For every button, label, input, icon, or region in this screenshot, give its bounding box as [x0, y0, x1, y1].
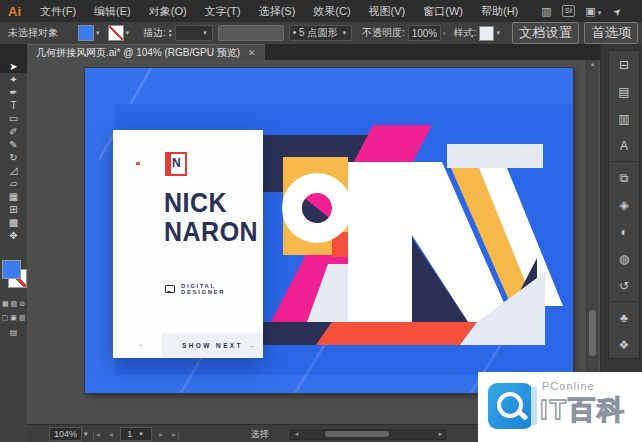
fill-swatch[interactable] [78, 25, 94, 41]
prev-artboard-icon[interactable]: ◄ [107, 431, 114, 438]
tool-rectangle[interactable]: ▭ [0, 112, 27, 125]
current-tool-status: 选择 [250, 428, 268, 441]
brush-definition-dropdown[interactable]: • 5 点圆形▾ [289, 25, 352, 41]
panel-color[interactable]: ▤ [609, 78, 639, 105]
preferences-button[interactable]: 首选项 [584, 22, 638, 44]
draw-normal-icon[interactable]: ▢ [2, 314, 9, 322]
stroke-weight-dropdown[interactable]: ▾ [175, 25, 213, 41]
toolbar-fill-swatch[interactable] [2, 260, 21, 279]
logo-page-edge [531, 387, 537, 425]
tool-gradient[interactable]: ▩ [0, 216, 27, 229]
horizontal-scrollbar[interactable]: ◄ ► [290, 429, 446, 440]
monogram-logo: N [165, 152, 187, 176]
document-setup-button[interactable]: 文档设置 [512, 22, 579, 44]
selection-status: 未选择对象 [8, 26, 58, 40]
draw-inside-icon[interactable]: ▥ [19, 314, 26, 322]
style-picker[interactable]: ▾ [479, 26, 502, 41]
fill-stroke-swatches [0, 258, 27, 298]
tool-hand[interactable]: ✥ [0, 229, 27, 242]
tool-pen[interactable]: ✒ [0, 86, 27, 99]
menu-object[interactable]: 对象(O) [140, 4, 196, 19]
tool-rotate[interactable]: ↻ [0, 151, 27, 164]
artboard-number-field[interactable]: 1▾ [120, 427, 152, 441]
show-next-button[interactable]: SHOW NEXT – [162, 333, 263, 358]
tab-close-icon[interactable]: ✕ [248, 48, 256, 58]
gpu-performance-icon[interactable]: ➤ [611, 4, 625, 18]
fill-color-picker[interactable]: ▾ [78, 25, 102, 41]
next-artboard-icon[interactable]: ► [158, 431, 165, 438]
options-bar: 未选择对象 ▾ ▾ 描边: ▲▼ ▾ • 5 点圆形▾ 不透明度: 100% ›… [0, 22, 642, 45]
none-icon[interactable]: ⊘ [19, 300, 25, 308]
menu-edit[interactable]: 编辑(E) [85, 4, 140, 19]
vertical-scrollbar[interactable]: ▲ [586, 60, 598, 424]
panel-layers[interactable]: ◈ [609, 191, 639, 218]
designer-role: DIGITAL DESIGNER [165, 283, 263, 295]
horizontal-scroll-thumb[interactable] [325, 431, 389, 437]
document-title: 几何拼接风网页.ai* @ 104% (RGB/GPU 预览) [36, 46, 240, 60]
menu-effect[interactable]: 效果(C) [304, 4, 359, 19]
red-dot-accent [136, 162, 140, 165]
style-swatch[interactable] [479, 26, 494, 41]
stroke-swatch[interactable] [108, 25, 124, 41]
scroll-left-icon[interactable]: ◄ [293, 431, 299, 437]
stroke-label: 描边: [143, 26, 166, 40]
scroll-up-icon[interactable]: ▲ [587, 61, 598, 67]
tool-paintbrush[interactable]: ✐ [0, 125, 27, 138]
menu-file[interactable]: 文件(F) [31, 4, 85, 19]
panel-color-guide[interactable]: ▥ [609, 105, 639, 132]
tool-perspective-grid[interactable]: ▦ [0, 190, 27, 203]
panel-symbols[interactable]: ↺ [609, 272, 639, 299]
tool-direct-selection[interactable]: ✦ [0, 73, 27, 86]
dock-separator [612, 301, 636, 302]
stroke-color-picker[interactable]: ▾ [108, 25, 132, 41]
panel-gradient[interactable]: ◐ [609, 218, 639, 245]
tool-pencil[interactable]: ✎ [0, 138, 27, 151]
menu-select[interactable]: 选择(S) [250, 4, 305, 19]
panel-character[interactable]: A [609, 132, 639, 159]
watermark-title: IT百科 [540, 392, 626, 428]
opacity-field[interactable]: 100% [408, 25, 442, 41]
document-tab[interactable]: 几何拼接风网页.ai* @ 104% (RGB/GPU 预览) ✕ [27, 44, 265, 61]
panel-brushes[interactable]: ♣ [609, 304, 639, 331]
app-logo[interactable]: Ai [8, 4, 21, 19]
panel-artboards[interactable]: ⧉ [609, 164, 639, 191]
panel-transparency[interactable]: ◍ [609, 245, 639, 272]
scroll-right-icon[interactable]: ► [438, 431, 444, 437]
tool-type[interactable]: T [0, 99, 27, 112]
pconline-watermark: PConline IT百科 [478, 372, 642, 442]
screen-mode-icon[interactable]: ▤ [10, 328, 18, 337]
name-line-2: NARON [164, 217, 258, 246]
screen-mode-row: ▤ [0, 328, 27, 337]
menu-view[interactable]: 视图(V) [360, 4, 415, 19]
arrange-documents-icon[interactable]: ▥ [541, 5, 551, 18]
gradient-icon[interactable]: ▨ [11, 300, 18, 308]
panel-asset-export[interactable]: ❖ [609, 331, 639, 358]
layout-switch-icon[interactable]: ▣▾ [585, 5, 603, 18]
panel-libraries[interactable]: ⊟ [609, 51, 639, 78]
tool-selection[interactable]: ➤ [0, 60, 27, 73]
menu-window[interactable]: 窗口(W) [414, 4, 472, 19]
draw-behind-icon[interactable]: ▣ [10, 314, 17, 322]
width-profile-dropdown[interactable] [218, 25, 284, 41]
canvas-area[interactable]: N NICK NARON DIGITAL DESIGNER + SHOW NEX… [27, 60, 600, 424]
adobe-stock-icon[interactable]: St [562, 5, 576, 17]
first-artboard-icon[interactable]: |◄ [93, 431, 102, 438]
menu-type[interactable]: 文字(T) [196, 4, 250, 19]
color-icon[interactable]: ▦ [2, 300, 9, 308]
tool-mesh[interactable]: ⊞ [0, 203, 27, 216]
logo-letter: N [172, 157, 181, 170]
tab-bar: 几何拼接风网页.ai* @ 104% (RGB/GPU 预览) ✕ [0, 44, 600, 60]
role-text: DIGITAL DESIGNER [181, 283, 263, 295]
zoom-dropdown-icon[interactable]: ▾ [84, 430, 88, 438]
menu-help[interactable]: 帮助(H) [472, 4, 527, 19]
vertical-scroll-thumb[interactable] [589, 310, 596, 356]
tool-free-transform[interactable]: ▱ [0, 177, 27, 190]
chat-icon [165, 285, 175, 293]
dock-separator [612, 161, 636, 162]
opacity-label: 不透明度: [362, 26, 405, 40]
tool-scale[interactable]: ◿ [0, 164, 27, 177]
zoom-level-field[interactable]: 104% [49, 427, 82, 441]
opacity-expand-icon[interactable]: › [443, 30, 445, 37]
stroke-weight-stepper[interactable]: ▲▼ [168, 28, 173, 38]
last-artboard-icon[interactable]: ►| [171, 431, 180, 438]
